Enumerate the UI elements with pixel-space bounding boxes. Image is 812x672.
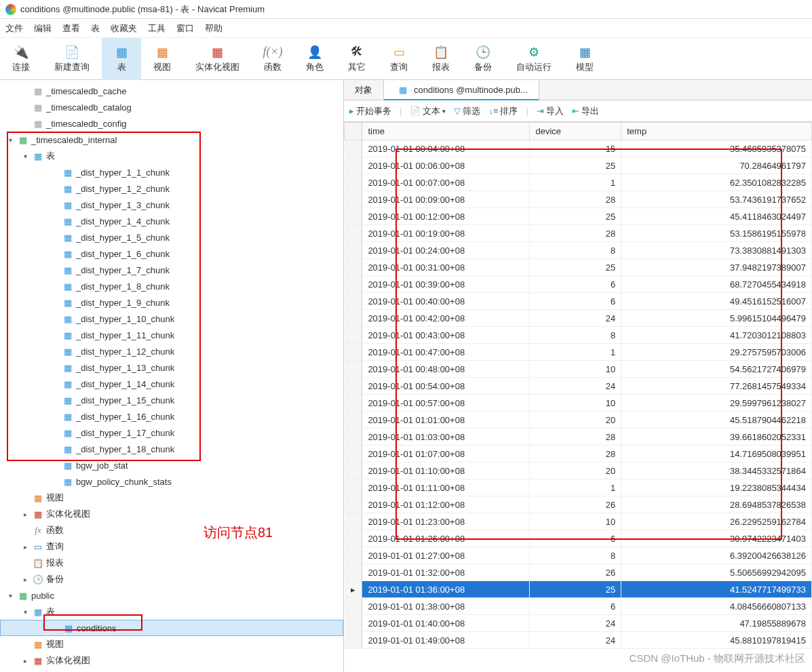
cell-device[interactable]: 24 — [530, 310, 621, 327]
table-row[interactable]: 2019-01-01 01:27:00+0886.39200426638126 — [345, 547, 812, 564]
cell-device[interactable]: 10 — [530, 513, 621, 530]
cell-device[interactable]: 8 — [530, 327, 621, 344]
table-row[interactable]: 2019-01-01 01:11:00+08119.2238085344434 — [345, 479, 812, 496]
cell-temp[interactable]: 4.08456660807133 — [621, 598, 812, 615]
toolbar-autorun[interactable]: ⚙自动运行 — [504, 38, 564, 80]
cell-time[interactable]: 2019-01-01 00:48:00+08 — [362, 361, 530, 378]
tab-conditions[interactable]: ▦conditions @multinode.pub... — [384, 80, 539, 100]
views-node[interactable]: ▦视图 — [0, 490, 343, 506]
table-_dist_hyper_1_14_chunk[interactable]: ▦_dist_hyper_1_14_chunk — [0, 376, 343, 392]
toolbar-connect[interactable]: 🔌连接 — [0, 38, 42, 80]
data-grid[interactable]: time device temp 2019-01-01 00:04:00+081… — [344, 122, 812, 672]
table-_dist_hyper_1_15_chunk[interactable]: ▦_dist_hyper_1_15_chunk — [0, 392, 343, 408]
cell-device[interactable]: 28 — [530, 446, 621, 462]
cell-device[interactable]: 8 — [530, 547, 621, 564]
cell-device[interactable]: 6 — [530, 293, 621, 310]
cell-device[interactable]: 1 — [530, 174, 621, 191]
action-sort[interactable]: ↓≡排序 — [488, 105, 518, 117]
table-bgw_policy_chunk_stats[interactable]: ▦bgw_policy_chunk_stats — [0, 473, 343, 490]
table-row[interactable]: 2019-01-01 00:19:00+082853.1586195155978 — [345, 225, 812, 242]
action-export[interactable]: ⇤导出 — [572, 105, 599, 117]
cell-device[interactable]: 1 — [530, 479, 621, 496]
table-_dist_hyper_1_6_chunk[interactable]: ▦_dist_hyper_1_6_chunk — [0, 245, 343, 262]
cell-time[interactable]: 2019-01-01 00:54:00+08 — [362, 378, 530, 395]
menu-tools[interactable]: 工具 — [148, 22, 166, 35]
cell-temp[interactable]: 53.7436191737652 — [621, 191, 812, 208]
tables-node[interactable]: ▾▦表 — [0, 148, 343, 164]
cell-device[interactable]: 26 — [530, 496, 621, 513]
cell-time[interactable]: 2019-01-01 01:36:00+08 — [362, 581, 530, 598]
toolbar-table[interactable]: ▦表 — [102, 38, 141, 80]
cell-device[interactable]: 6 — [530, 530, 621, 547]
cell-temp[interactable]: 29.2757595703006 — [621, 344, 812, 361]
table-row[interactable]: 2019-01-01 00:09:00+082853.7436191737652 — [345, 191, 812, 208]
toolbar-model[interactable]: ▦模型 — [564, 38, 606, 80]
backup-node[interactable]: ▸🕒备份 — [0, 571, 343, 587]
action-begin-tx[interactable]: ▸开始事务 — [349, 105, 391, 117]
cell-time[interactable]: 2019-01-01 00:09:00+08 — [362, 191, 530, 208]
table-_dist_hyper_1_5_chunk[interactable]: ▦_dist_hyper_1_5_chunk — [0, 229, 343, 245]
cell-temp[interactable]: 45.5187904462218 — [621, 412, 812, 429]
cell-device[interactable]: 10 — [530, 395, 621, 412]
toolbar-new-query[interactable]: 📄新建查询 — [42, 38, 102, 80]
cell-device[interactable]: 15 — [530, 140, 621, 157]
toolbar-role[interactable]: 👤角色 — [294, 38, 336, 80]
table-row[interactable]: 2019-01-01 00:54:00+082477.2681457549334 — [345, 378, 812, 395]
cell-temp[interactable]: 6.39200426638126 — [621, 547, 812, 564]
cell-temp[interactable]: 49.4516152516007 — [621, 293, 812, 310]
table-row[interactable]: 2019-01-01 01:38:00+0864.08456660807133 — [345, 598, 812, 615]
cell-time[interactable]: 2019-01-01 01:03:00+08 — [362, 429, 530, 446]
cell-time[interactable]: 2019-01-01 01:32:00+08 — [362, 564, 530, 581]
toolbar-matview[interactable]: ▦实体化视图 — [183, 38, 252, 80]
cell-temp[interactable]: 5.99615104496479 — [621, 310, 812, 327]
toolbar-function[interactable]: f(×)函数 — [252, 38, 294, 80]
table-_dist_hyper_1_2_chunk[interactable]: ▦_dist_hyper_1_2_chunk — [0, 180, 343, 197]
schema-_timescaledb_cache[interactable]: ▦_timescaledb_cache — [0, 83, 343, 99]
cell-temp[interactable]: 38.3445332571864 — [621, 462, 812, 479]
cell-temp[interactable]: 77.2681457549334 — [621, 378, 812, 395]
cell-temp[interactable]: 45.8810197819415 — [621, 632, 812, 649]
cell-temp[interactable]: 41.5247717499733 — [621, 581, 812, 598]
table-row[interactable]: 2019-01-01 00:57:00+081029.5997961238027 — [345, 395, 812, 412]
schema-_timescaledb_catalog[interactable]: ▦_timescaledb_catalog — [0, 99, 343, 115]
cell-time[interactable]: 2019-01-01 00:07:00+08 — [362, 174, 530, 191]
cell-temp[interactable]: 73.3830881491303 — [621, 242, 812, 259]
functions-node[interactable]: fx函数 — [0, 522, 343, 538]
cell-device[interactable]: 6 — [530, 598, 621, 615]
table-bgw_job_stat[interactable]: ▦bgw_job_stat — [0, 457, 343, 473]
cell-device[interactable]: 20 — [530, 462, 621, 479]
cell-temp[interactable]: 62.3501082832285 — [621, 174, 812, 191]
menu-file[interactable]: 文件 — [5, 22, 23, 35]
action-filter[interactable]: ▽筛选 — [454, 105, 480, 117]
table-row[interactable]: 2019-01-01 00:40:00+08649.4516152516007 — [345, 293, 812, 310]
table-row[interactable]: 2019-01-01 00:04:00+081535.4685935378075 — [345, 140, 812, 157]
cell-temp[interactable]: 45.4118463024497 — [621, 208, 812, 225]
cell-temp[interactable]: 53.1586195155978 — [621, 225, 812, 242]
cell-temp[interactable]: 5.50656992942095 — [621, 564, 812, 581]
table-row[interactable]: 2019-01-01 00:31:00+082537.9482197389007 — [345, 259, 812, 276]
cell-device[interactable]: 28 — [530, 191, 621, 208]
table-row[interactable]: 2019-01-01 01:01:00+082045.5187904462218 — [345, 412, 812, 429]
cell-temp[interactable]: 37.9482197389007 — [621, 259, 812, 276]
cell-temp[interactable]: 14.7169508039951 — [621, 446, 812, 462]
cell-temp[interactable]: 41.7203012108803 — [621, 327, 812, 344]
table-row[interactable]: 2019-01-01 01:03:00+082839.6618602052331 — [345, 429, 812, 446]
cell-time[interactable]: 2019-01-01 01:01:00+08 — [362, 412, 530, 429]
cell-device[interactable]: 6 — [530, 276, 621, 293]
cell-device[interactable]: 1 — [530, 344, 621, 361]
table-_dist_hyper_1_7_chunk[interactable]: ▦_dist_hyper_1_7_chunk — [0, 262, 343, 278]
cell-device[interactable]: 20 — [530, 412, 621, 429]
table-row[interactable]: 2019-01-01 01:07:00+082814.7169508039951 — [345, 446, 812, 462]
menu-window[interactable]: 窗口 — [176, 22, 194, 35]
matviews-node[interactable]: ▸▦实体化视图 — [0, 506, 343, 522]
table-row[interactable]: 2019-01-01 00:47:00+08129.2757595703006 — [345, 344, 812, 361]
table-row[interactable]: 2019-01-01 00:12:00+082545.4118463024497 — [345, 208, 812, 225]
action-import[interactable]: ⇥导入 — [537, 105, 564, 117]
menu-view[interactable]: 查看 — [62, 22, 80, 35]
col-temp[interactable]: temp — [621, 123, 812, 140]
col-time[interactable]: time — [362, 123, 530, 140]
cell-temp[interactable]: 28.6948537826538 — [621, 496, 812, 513]
toolbar-backup[interactable]: 🕒备份 — [462, 38, 504, 80]
table-row[interactable]: 2019-01-01 01:23:00+081026.2295259162784 — [345, 513, 812, 530]
cell-device[interactable]: 24 — [530, 632, 621, 649]
